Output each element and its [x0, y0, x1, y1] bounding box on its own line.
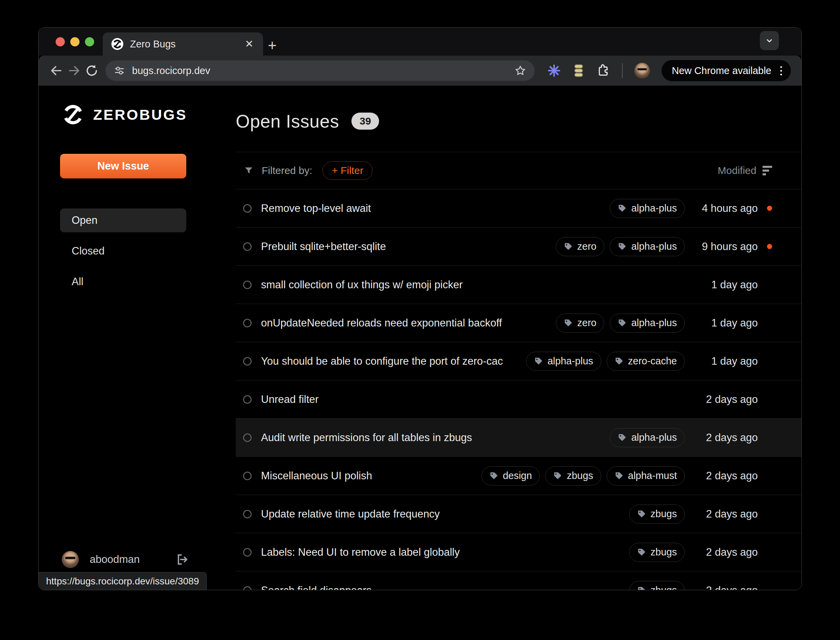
- tag-icon: [618, 318, 627, 328]
- label-pill[interactable]: zbugs: [545, 466, 601, 485]
- issue-row[interactable]: onUpdateNeeded reloads need exponential …: [236, 304, 802, 342]
- label-text: zero: [577, 317, 597, 328]
- issue-modified-time: 9 hours ago: [697, 240, 758, 253]
- open-issue-status-icon[interactable]: [243, 547, 252, 557]
- toolbar-divider: [622, 63, 622, 78]
- issue-count-badge: 39: [351, 113, 379, 130]
- issue-modified-time: 2 days ago: [697, 508, 758, 520]
- issue-row[interactable]: Update relative time update frequency zb…: [236, 495, 802, 533]
- sort-control[interactable]: Modified: [718, 165, 772, 176]
- url-text[interactable]: bugs.rocicorp.dev: [132, 65, 514, 77]
- tag-icon: [618, 204, 627, 213]
- label-pill[interactable]: alpha-plus: [610, 314, 685, 333]
- profile-avatar[interactable]: [634, 63, 650, 78]
- issue-title[interactable]: Labels: Need UI to remove a label global…: [261, 546, 629, 558]
- issue-modified-time: 2 days ago: [697, 546, 758, 558]
- issue-row[interactable]: Audit write permissions for all tables i…: [236, 419, 802, 457]
- label-pill[interactable]: alpha-plus: [610, 237, 685, 256]
- open-issue-status-icon[interactable]: [243, 395, 252, 404]
- label-text: zbugs: [651, 508, 677, 520]
- open-issue-status-icon[interactable]: [243, 433, 252, 442]
- open-issue-status-icon[interactable]: [243, 509, 252, 519]
- minimize-window-button[interactable]: [70, 37, 80, 46]
- new-issue-button[interactable]: New Issue: [60, 154, 186, 178]
- sidebar-item-closed[interactable]: Closed: [60, 239, 186, 263]
- label-pill[interactable]: alpha-plus: [610, 428, 685, 447]
- logout-icon[interactable]: [175, 553, 189, 566]
- label-pill[interactable]: zbugs: [629, 543, 685, 562]
- reload-button[interactable]: [83, 62, 101, 80]
- extension-asterisk-icon[interactable]: [547, 64, 561, 78]
- issue-title[interactable]: Prebuilt sqlite+better-sqlite: [261, 240, 556, 253]
- site-settings-icon[interactable]: [114, 65, 125, 77]
- label-pill[interactable]: zero: [556, 237, 604, 256]
- window-controls: [56, 37, 94, 46]
- zerobugs-logo-icon: [62, 103, 84, 126]
- open-issue-status-icon[interactable]: [243, 242, 252, 251]
- url-bar[interactable]: bugs.rocicorp.dev: [106, 61, 534, 81]
- funnel-icon: [244, 166, 253, 175]
- issue-title[interactable]: small collection of ux things w/ emoji p…: [261, 279, 685, 291]
- issue-title[interactable]: Audit write permissions for all tables i…: [261, 432, 610, 444]
- back-button[interactable]: [47, 62, 65, 80]
- label-pill[interactable]: design: [482, 466, 540, 485]
- tag-icon: [564, 318, 573, 328]
- open-issue-status-icon[interactable]: [243, 586, 252, 590]
- sidebar-item-all[interactable]: All: [60, 270, 186, 294]
- user-row[interactable]: aboodman: [62, 551, 189, 568]
- issue-row[interactable]: You should be able to configure the port…: [236, 342, 802, 381]
- open-issue-status-icon[interactable]: [243, 204, 252, 213]
- brand[interactable]: ZEROBUGS: [62, 103, 187, 126]
- issue-title[interactable]: Miscellaneous UI polish: [261, 470, 482, 482]
- new-chrome-button[interactable]: New Chrome available: [662, 60, 791, 81]
- issue-title[interactable]: Unread filter: [261, 394, 685, 406]
- sort-label: Modified: [718, 165, 757, 176]
- issue-labels: zero alpha-plus: [556, 314, 685, 333]
- open-issue-status-icon[interactable]: [243, 471, 252, 481]
- add-filter-button[interactable]: + Filter: [322, 162, 373, 180]
- close-window-button[interactable]: [56, 37, 65, 46]
- issue-title[interactable]: You should be able to configure the port…: [261, 355, 526, 367]
- sort-bars-icon: [763, 166, 772, 175]
- back-arrow-icon: [50, 64, 63, 77]
- tab-zero-bugs[interactable]: Zero Bugs ✕: [103, 32, 263, 56]
- open-issue-status-icon[interactable]: [243, 357, 252, 366]
- tab-search-button[interactable]: [760, 31, 779, 50]
- browser-toolbar: bugs.rocicorp.dev: [38, 56, 802, 86]
- open-issue-status-icon[interactable]: [243, 280, 252, 290]
- extension-coins-icon[interactable]: [573, 64, 584, 78]
- menu-kebab-icon[interactable]: [778, 66, 785, 75]
- maximize-window-button[interactable]: [85, 37, 94, 46]
- unread-dot: [767, 244, 772, 249]
- issue-labels: alpha-plus: [610, 199, 685, 218]
- label-pill[interactable]: alpha-plus: [610, 199, 685, 218]
- issue-title[interactable]: Remove top-level await: [261, 202, 610, 214]
- issue-labels: zbugs: [629, 581, 685, 590]
- issue-row[interactable]: Remove top-level await alpha-plus 4 hour…: [236, 189, 802, 227]
- label-pill[interactable]: alpha-plus: [526, 352, 601, 371]
- open-issue-status-icon[interactable]: [243, 318, 252, 328]
- issue-title[interactable]: Update relative time update frequency: [261, 508, 629, 520]
- label-pill[interactable]: zbugs: [629, 504, 685, 524]
- label-pill[interactable]: zero: [556, 314, 604, 333]
- chevron-down-icon: [765, 36, 774, 45]
- bookmark-star-icon[interactable]: [514, 64, 526, 77]
- issue-labels: zero alpha-plus: [556, 237, 685, 256]
- issue-row[interactable]: Unread filter 2 days ago: [236, 381, 802, 419]
- issue-row[interactable]: Prebuilt sqlite+better-sqlite zero alpha…: [236, 227, 802, 266]
- close-tab-icon[interactable]: ✕: [243, 38, 255, 51]
- label-pill[interactable]: zero-cache: [606, 352, 685, 371]
- page-title: Open Issues: [236, 111, 339, 132]
- extensions-puzzle-icon[interactable]: [596, 64, 610, 78]
- issue-title[interactable]: onUpdateNeeded reloads need exponential …: [261, 317, 556, 329]
- issue-row[interactable]: small collection of ux things w/ emoji p…: [236, 266, 802, 304]
- forward-button[interactable]: [65, 62, 83, 80]
- issue-row[interactable]: Miscellaneous UI polish design zbugs alp…: [236, 457, 802, 495]
- label-pill[interactable]: alpha-must: [606, 466, 685, 485]
- label-pill[interactable]: zbugs: [629, 581, 685, 590]
- issue-title[interactable]: Search field disappears: [261, 584, 629, 590]
- issue-row[interactable]: Labels: Need UI to remove a label global…: [236, 533, 802, 571]
- issue-row[interactable]: Search field disappears zbugs 2 days ago: [236, 571, 802, 590]
- sidebar-item-open[interactable]: Open: [60, 208, 186, 232]
- new-tab-button[interactable]: +: [268, 38, 277, 53]
